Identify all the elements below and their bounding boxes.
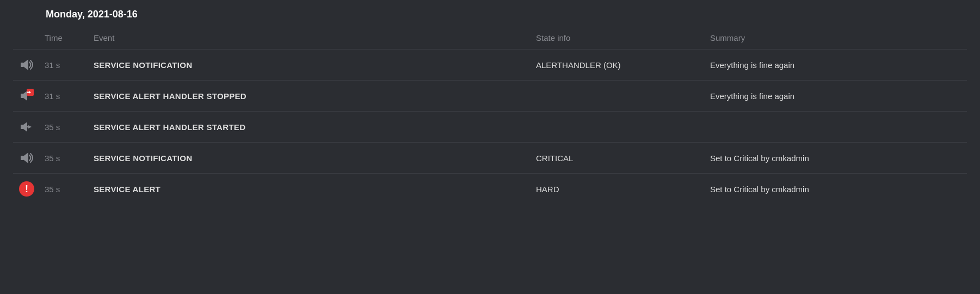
row-summary: Set to Critical by cmkadmin [706, 151, 967, 165]
row-summary [706, 125, 967, 129]
row-summary: Everything is fine again [706, 58, 967, 72]
row-time: 35 s [40, 182, 89, 196]
row-icon [13, 117, 40, 137]
table-row: 35 s SERVICE ALERT HANDLER STARTED [13, 111, 967, 142]
row-summary: Set to Critical by cmkadmin [706, 182, 967, 196]
row-time: 35 s [40, 151, 89, 165]
header-icon-col [13, 31, 40, 45]
row-state [532, 94, 706, 98]
row-event: SERVICE NOTIFICATION [89, 58, 532, 72]
svg-marker-3 [23, 91, 27, 101]
header-summary: Summary [706, 31, 967, 45]
critical-alert-icon: ! [19, 181, 34, 197]
row-event: SERVICE ALERT [89, 182, 532, 196]
svg-marker-12 [24, 152, 28, 163]
speaker-notification-icon [19, 150, 34, 166]
table-row: 31 s SERVICE ALERT HANDLER STOPPED Every… [13, 80, 967, 111]
row-time: 35 s [40, 120, 89, 134]
row-event: SERVICE ALERT HANDLER STOPPED [89, 89, 532, 103]
svg-rect-6 [27, 92, 29, 93]
row-icon: ! [13, 179, 40, 199]
handler-stop-icon [19, 88, 34, 103]
svg-rect-11 [21, 156, 24, 160]
row-time: 31 s [40, 58, 89, 72]
svg-rect-0 [21, 63, 24, 67]
svg-marker-1 [24, 59, 28, 70]
row-state: HARD [532, 182, 706, 196]
svg-marker-8 [23, 122, 27, 132]
row-icon [13, 148, 40, 168]
header-event: Event [89, 31, 532, 45]
svg-rect-10 [27, 126, 29, 127]
date-header: Monday, 2021-08-16 [13, 9, 967, 20]
row-summary: Everything is fine again [706, 89, 967, 103]
events-table: Time Event State info Summary 31 s SERVI… [13, 27, 967, 204]
row-state: ALERTHANDLER (OK) [532, 58, 706, 72]
row-icon [13, 55, 40, 75]
svg-rect-7 [21, 125, 23, 129]
row-event: SERVICE NOTIFICATION [89, 151, 532, 165]
table-row: 35 s SERVICE NOTIFICATION CRITICAL Set t… [13, 142, 967, 173]
table-row: 31 s SERVICE NOTIFICATION ALERTHANDLER (… [13, 49, 967, 80]
table-row: ! 35 s SERVICE ALERT HARD Set to Critica… [13, 173, 967, 204]
row-state [532, 125, 706, 129]
svg-rect-2 [21, 94, 23, 98]
table-header-row: Time Event State info Summary [13, 27, 967, 49]
header-state-info: State info [532, 31, 706, 45]
handler-start-icon [19, 119, 34, 134]
row-time: 31 s [40, 89, 89, 103]
header-time: Time [40, 31, 89, 45]
row-state: CRITICAL [532, 151, 706, 165]
row-icon [13, 86, 40, 106]
speaker-icon [19, 57, 34, 72]
row-event: SERVICE ALERT HANDLER STARTED [89, 120, 532, 134]
